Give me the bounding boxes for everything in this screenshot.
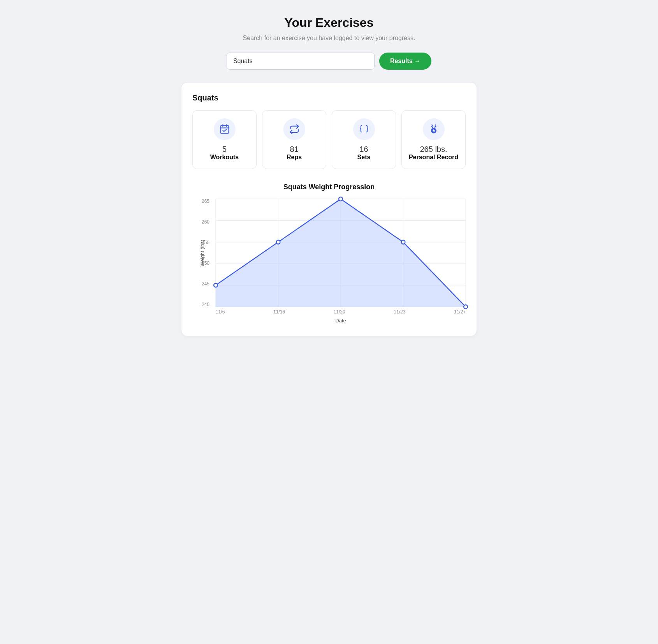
svg-rect-0 xyxy=(220,126,229,134)
x-label-2: 11/20 xyxy=(334,309,345,315)
data-point-1 xyxy=(276,240,280,244)
x-axis-title: Date xyxy=(216,318,466,324)
stat-icon-circle-reps xyxy=(283,118,305,140)
data-point-2 xyxy=(339,197,343,201)
x-label-4: 11/27 xyxy=(454,309,466,315)
stat-icon-circle-workouts xyxy=(214,118,236,140)
medal-icon xyxy=(428,124,439,135)
search-row: Results → xyxy=(181,53,477,70)
stat-card-sets: 16 Sets xyxy=(332,110,396,169)
results-button[interactable]: Results → xyxy=(379,53,431,70)
page-title: Your Exercises xyxy=(181,16,477,30)
stat-icon-circle-pr xyxy=(423,118,445,140)
chart-section: Squats Weight Progression Weight (lbs) 2… xyxy=(192,183,466,324)
stat-icon-circle-sets xyxy=(353,118,375,140)
stats-grid: 5 Workouts 81 Reps xyxy=(192,110,466,169)
y-label-250: 250 xyxy=(202,261,209,266)
x-label-1: 11/16 xyxy=(273,309,285,315)
chart-fill xyxy=(216,199,466,307)
x-label-0: 11/6 xyxy=(216,309,225,315)
stat-value-pr: 265 lbs. Personal Record xyxy=(409,145,458,161)
search-input[interactable] xyxy=(227,53,375,70)
braces-icon xyxy=(359,124,369,135)
chart-area: Weight (lbs) 240 245 250 255 260 265 xyxy=(192,199,466,307)
stat-card-pr: 265 lbs. Personal Record xyxy=(401,110,466,169)
data-point-3 xyxy=(401,240,405,244)
stat-value-workouts: 5 Workouts xyxy=(210,145,239,161)
chart-plot xyxy=(216,199,466,307)
chart-wrapper: Weight (lbs) 240 245 250 255 260 265 xyxy=(192,199,466,324)
main-card: Squats 5 Workouts xyxy=(181,82,477,336)
data-point-4 xyxy=(464,305,468,309)
calendar-check-icon xyxy=(219,124,230,135)
data-point-0 xyxy=(214,283,218,287)
page-subtitle: Search for an exercise you have logged t… xyxy=(181,35,477,42)
y-label-260: 260 xyxy=(202,220,209,224)
y-label-240: 240 xyxy=(202,302,209,307)
x-label-3: 11/23 xyxy=(394,309,405,315)
repeat-icon xyxy=(289,124,300,135)
stat-value-reps: 81 Reps xyxy=(287,145,302,161)
y-label-265: 265 xyxy=(202,199,209,204)
y-label-255: 255 xyxy=(202,240,209,245)
exercise-title: Squats xyxy=(192,93,466,102)
stat-value-sets: 16 Sets xyxy=(357,145,371,161)
x-axis-labels: 11/6 11/16 11/20 11/23 11/27 xyxy=(216,309,466,315)
page-container: Your Exercises Search for an exercise yo… xyxy=(181,16,477,628)
y-label-245: 245 xyxy=(202,282,209,286)
chart-title: Squats Weight Progression xyxy=(192,183,466,191)
stat-card-reps: 81 Reps xyxy=(262,110,326,169)
stat-card-workouts: 5 Workouts xyxy=(192,110,257,169)
